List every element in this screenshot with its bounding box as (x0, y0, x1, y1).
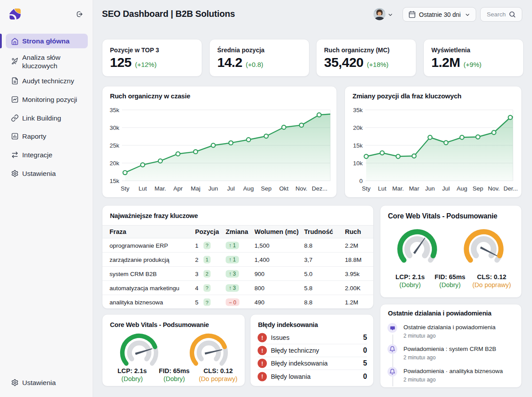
svg-text:15k: 15k (353, 142, 363, 149)
svg-text:Sty: Sty (362, 185, 371, 192)
svg-text:20k: 20k (353, 125, 363, 131)
svg-text:Okt: Okt (279, 185, 289, 192)
svg-text:Der...: Der... (504, 185, 518, 192)
svg-text:Mar.: Mar. (392, 185, 404, 192)
svg-text:Jul: Jul (227, 185, 235, 192)
svg-text:Aug: Aug (457, 185, 467, 192)
svg-text:Aug: Aug (243, 185, 254, 192)
svg-text:Lut: Lut (378, 185, 387, 192)
svg-text:35k: 35k (110, 107, 119, 113)
svg-text:20k: 20k (110, 160, 119, 167)
svg-text:0: 0 (359, 178, 363, 184)
svg-text:Mar.: Mar. (154, 185, 166, 192)
svg-text:Sep: Sep (261, 185, 271, 192)
svg-text:Maj: Maj (191, 185, 200, 192)
svg-text:Nov.: Nov. (296, 185, 308, 192)
svg-text:Dez...: Dez... (312, 185, 327, 192)
svg-text:Mar: Mar (409, 185, 419, 192)
svg-text:Jun: Jun (425, 185, 435, 192)
svg-text:15k: 15k (110, 178, 119, 184)
svg-text:Sep: Sep (473, 185, 483, 192)
svg-text:Apr: Apr (173, 185, 183, 192)
svg-text:30k: 30k (110, 125, 119, 131)
svg-text:35k: 35k (353, 107, 363, 113)
svg-text:Jul: Jul (442, 185, 450, 192)
svg-text:Lut: Lut (138, 185, 147, 192)
svg-text:Jun: Jun (208, 185, 218, 192)
svg-text:10k: 10k (353, 160, 363, 167)
svg-text:25k: 25k (110, 142, 119, 149)
svg-text:Sty: Sty (121, 185, 129, 192)
svg-text:Nov.: Nov. (488, 185, 500, 192)
